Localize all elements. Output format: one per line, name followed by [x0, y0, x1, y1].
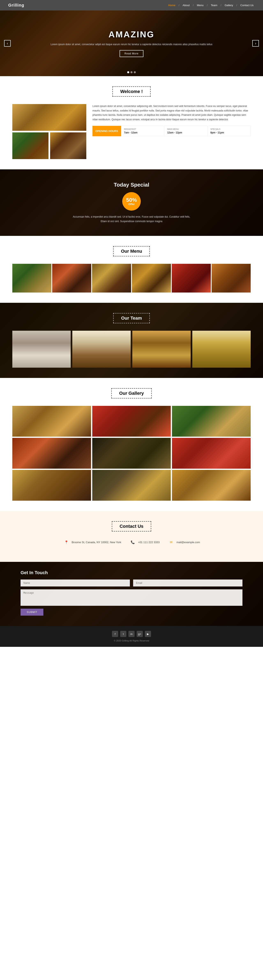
footer-socials: f t in g+ ▶ — [5, 631, 258, 637]
email-input[interactable] — [133, 579, 242, 587]
gallery-grid — [12, 406, 251, 501]
location-icon: 📍 — [63, 539, 70, 546]
today-special-offer-label: Offer — [128, 203, 135, 206]
menu-item-6 — [212, 264, 251, 293]
googleplus-icon[interactable]: g+ — [137, 631, 143, 637]
navbar: Grilling Home / About / Menu / Team / Ga… — [0, 0, 263, 11]
welcome-title-wrapper: Welcome ! — [12, 86, 251, 104]
submit-button[interactable]: SUBMIT — [21, 609, 43, 616]
menu-title-wrapper: Our Menu — [12, 246, 251, 264]
gallery-item-8 — [92, 470, 171, 501]
food-image-1 — [12, 104, 86, 131]
form-name-email-row — [21, 579, 242, 587]
gallery-item-4 — [12, 438, 91, 469]
hero-dot-3[interactable] — [134, 71, 136, 73]
today-special-badge: 50% Offer — [122, 192, 141, 211]
gallery-item-1 — [12, 406, 91, 437]
gallery-section: Our Gallery — [0, 378, 263, 511]
hero-next-arrow[interactable]: › — [252, 40, 259, 46]
food-img-placeholder-1 — [12, 104, 86, 131]
hero-dot-2[interactable] — [131, 71, 132, 73]
footer-copyright: © 2020 Grilling All Rights Reserved — [5, 640, 258, 642]
gallery-item-7 — [12, 470, 91, 501]
nav-about[interactable]: About — [182, 3, 191, 8]
nav-menu[interactable]: Menu — [196, 3, 205, 8]
gallery-item-2 — [92, 406, 171, 437]
contact-section: Contact Us 📍 Broome St, Canada, NY 10002… — [0, 511, 263, 562]
gallery-item-9 — [172, 470, 251, 501]
hero-read-more-button[interactable]: Read More — [120, 50, 143, 57]
hero-prev-arrow[interactable]: ‹ — [4, 40, 11, 46]
name-input[interactable] — [21, 579, 130, 587]
facebook-icon[interactable]: f — [112, 631, 118, 637]
get-in-touch-section: Get In Touch SUBMIT — [0, 562, 263, 626]
welcome-text: Lorem ipsum dolor sit amet, consectetur … — [92, 104, 251, 136]
menu-title: Our Menu — [113, 246, 150, 256]
phone-icon: 📞 — [129, 539, 136, 546]
opening-hours-label: OPENING HOURS — [92, 126, 121, 136]
oh-specials-time: 8pm - 11pm — [210, 131, 248, 134]
hero-content: AMAZING Lorem ipsum dolor sit amet, cons… — [10, 30, 253, 57]
welcome-images — [12, 104, 86, 159]
contact-title-wrapper: Contact Us — [12, 521, 251, 539]
email-icon: ✉ — [168, 539, 174, 546]
team-title-wrapper: Our Team — [12, 313, 251, 331]
gallery-title-wrapper: Our Gallery — [12, 388, 251, 406]
team-member-1 — [12, 331, 71, 368]
nav-home[interactable]: Home — [167, 3, 177, 8]
oh-breakfast: BREAKFAST 7am - 12am — [121, 126, 164, 136]
menu-item-4 — [132, 264, 171, 293]
contact-title: Contact Us — [112, 521, 151, 531]
gallery-item-6 — [172, 438, 251, 469]
gallery-item-3 — [172, 406, 251, 437]
contact-phone: +01 111 222 3333 — [138, 541, 159, 544]
linkedin-icon[interactable]: in — [128, 631, 135, 637]
oh-breakfast-time: 7am - 12am — [124, 131, 161, 134]
menu-item-2 — [52, 264, 91, 293]
nav-links: Home / About / Menu / Team / Gallery / C… — [167, 3, 255, 8]
welcome-section: Welcome ! Lorem ipsum dolor sit amet, co… — [0, 76, 263, 169]
oh-main-menu: MAIN MENU 12am - 12pm — [164, 126, 207, 136]
contact-address: Broome St, Canada, NY 10002, New York — [72, 541, 121, 544]
hero-title: AMAZING — [51, 30, 212, 40]
oh-breakfast-title: BREAKFAST — [124, 128, 161, 130]
nav-logo: Grilling — [8, 3, 24, 8]
today-special-percent: 50% — [126, 197, 137, 203]
contact-email: mail@example.com — [177, 541, 200, 544]
hero-dot-1[interactable] — [127, 71, 129, 73]
menu-item-3 — [92, 264, 131, 293]
contact-email-item: ✉ mail@example.com — [168, 539, 200, 546]
message-textarea[interactable] — [21, 589, 242, 606]
contact-phone-item: 📞 +01 111 222 3333 — [129, 539, 159, 546]
welcome-title: Welcome ! — [112, 86, 151, 97]
get-in-touch-title: Get In Touch — [21, 570, 242, 575]
hero-dots — [127, 71, 136, 73]
oh-main-title: MAIN MENU — [167, 128, 204, 130]
oh-specials: SPECIALS 8pm - 11pm — [207, 126, 250, 136]
food-image-3 — [50, 132, 86, 159]
welcome-grid: Lorem ipsum dolor sit amet, consectetur … — [12, 104, 251, 159]
nav-team[interactable]: Team — [210, 3, 218, 8]
today-special-description: Accumsan felis, a imperdiet arcu blandit… — [70, 215, 193, 224]
nav-contact[interactable]: Contact Us — [239, 3, 255, 8]
team-member-2 — [72, 331, 131, 368]
gallery-item-5 — [92, 438, 171, 469]
team-member-3 — [132, 331, 191, 368]
opening-hours: OPENING HOURS BREAKFAST 7am - 12am MAIN … — [92, 126, 251, 136]
contact-info-row: 📍 Broome St, Canada, NY 10002, New York … — [12, 539, 251, 546]
today-special-title: Today Special — [12, 182, 251, 188]
team-member-4 — [192, 331, 251, 368]
hero-section: AMAZING Lorem ipsum dolor sit amet, cons… — [0, 11, 263, 76]
food-image-2 — [12, 132, 48, 159]
youtube-icon[interactable]: ▶ — [145, 631, 151, 637]
our-team-section: Our Team — [0, 303, 263, 378]
contact-address-item: 📍 Broome St, Canada, NY 10002, New York — [63, 539, 121, 546]
opening-hours-columns: BREAKFAST 7am - 12am MAIN MENU 12am - 12… — [121, 126, 251, 136]
our-menu-section: Our Menu — [0, 236, 263, 303]
nav-gallery[interactable]: Gallery — [223, 3, 234, 8]
twitter-icon[interactable]: t — [120, 631, 126, 637]
food-img-placeholder-3 — [50, 132, 86, 159]
today-special-section: Today Special 50% Offer Accumsan felis, … — [0, 169, 263, 236]
food-img-placeholder-2 — [12, 132, 48, 159]
team-title: Our Team — [113, 313, 150, 323]
